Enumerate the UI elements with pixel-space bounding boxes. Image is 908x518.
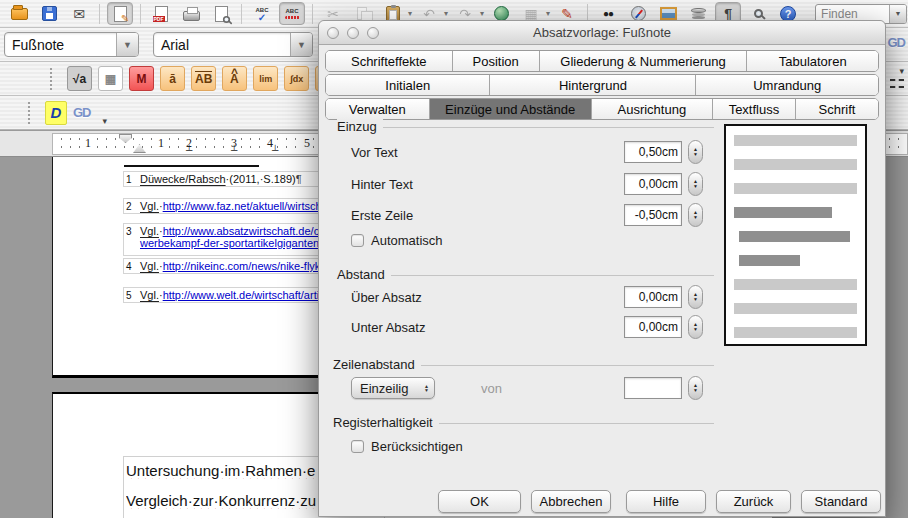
erste-zeile-label: Erste Zeile — [351, 208, 413, 223]
group-title-abstand: Abstand — [337, 267, 391, 282]
tab-schrift[interactable]: Schrift — [796, 99, 878, 119]
footnote-link[interactable]: http://nikeinc.com/news/nike-flykni — [163, 260, 329, 272]
tab-verwalten[interactable]: Verwalten — [326, 99, 430, 119]
automatisch-checkbox[interactable] — [351, 234, 364, 247]
hinter-text-field[interactable]: 0,00cm — [624, 173, 682, 195]
font-dropdown-icon[interactable]: ▼ — [290, 33, 312, 56]
app-window: ✉ ✎ PDF ABC✓ ABC ✂ ▾ ↶ ▾ ↷ ▾ ▦ ▾ ✎ ●● ¶ … — [0, 0, 908, 518]
vor-text-stepper[interactable]: ▲▼ — [688, 140, 703, 164]
gd-toolbar-icon[interactable]: GD — [888, 35, 906, 50]
ok-button[interactable]: OK — [438, 490, 521, 513]
footnote-link[interactable]: http://www.welt.de/wirtschaft/article — [163, 289, 334, 301]
tab-einzuege-und-abstaende[interactable]: Einzüge und Abstände — [430, 99, 592, 119]
undo-dropdown-icon: ▾ — [444, 9, 448, 18]
style-dropdown-icon[interactable]: ▼ — [116, 33, 138, 56]
open-icon[interactable] — [6, 2, 32, 25]
erste-zeile-row: Erste Zeile — [351, 208, 413, 223]
cancel-button[interactable]: Abbrechen — [531, 490, 611, 513]
sliver-dropdown-icon[interactable]: ▾ — [899, 66, 904, 76]
zeilenabstand-value: Einzeilig — [360, 381, 408, 396]
dialog-titlebar[interactable]: Absatzvorlage: Fußnote — [319, 21, 885, 45]
paragraph-style-dialog: Absatzvorlage: Fußnote Schrifteffekte Po… — [318, 20, 886, 517]
tab-tabulatoren[interactable]: Tabulatoren — [747, 51, 878, 71]
footnote-link[interactable]: http://www.absatzwirtschaft.de/con — [163, 225, 332, 237]
preview-bar — [734, 183, 857, 194]
zeilenabstand-select[interactable]: Einzeilig ▲▼ — [351, 377, 435, 399]
paragraph-style-combo[interactable]: Fußnote ▼ — [4, 32, 139, 57]
left-indent-marker[interactable] — [133, 144, 146, 153]
find-dropdown-icon[interactable]: ▼ — [889, 5, 906, 23]
table-grid-icon[interactable]: ▦ — [98, 66, 123, 91]
auto-spellcheck-icon[interactable]: ABC — [279, 2, 305, 25]
ueber-absatz-stepper[interactable]: ▲▼ — [688, 285, 703, 309]
vor-text-field[interactable]: 0,50cm — [624, 141, 682, 163]
beruecksichtigen-checkbox[interactable] — [351, 440, 364, 453]
tab-row-2: Initialen Hintergrund Umrandung — [325, 74, 879, 96]
unter-absatz-field[interactable]: 0,00cm — [624, 316, 682, 338]
tab-ausrichtung[interactable]: Ausrichtung — [592, 99, 713, 119]
automatisch-label: Automatisch — [371, 233, 443, 248]
tab-textfluss[interactable]: Textfluss — [713, 99, 796, 119]
ueber-absatz-field[interactable]: 0,00cm — [624, 286, 682, 308]
ueber-absatz-row: Über Absatz — [351, 290, 422, 305]
redo-dropdown-icon: ▾ — [480, 9, 484, 18]
email-icon[interactable]: ✉ — [66, 2, 92, 25]
spellcheck-icon[interactable]: ABC✓ — [249, 2, 275, 25]
footnote-link[interactable]: http://www.faz.net/aktuell/wirtschaf — [163, 200, 331, 212]
tab-schrifteffekte[interactable]: Schrifteffekte — [326, 51, 453, 71]
tab-stop-marker[interactable]: ┴ — [272, 145, 278, 155]
formula-icon[interactable]: √a — [67, 66, 92, 91]
hinter-text-label: Hinter Text — [351, 177, 413, 192]
direct-cursor-icon[interactable] — [890, 79, 904, 88]
von-stepper[interactable]: ▲▼ — [688, 376, 703, 400]
dmaths-d-icon[interactable]: D — [45, 101, 67, 125]
toolbar-drag-handle[interactable] — [28, 102, 31, 124]
beruecksichtigen-label: Berücksichtigen — [371, 439, 463, 454]
dmaths-gd-icon[interactable]: GD — [73, 105, 91, 120]
erste-zeile-stepper[interactable]: ▲▼ — [688, 203, 703, 227]
paste-dropdown-icon[interactable]: ▾ — [408, 9, 412, 18]
erste-zeile-field[interactable]: -0,50cm — [624, 204, 682, 226]
tab-stop-marker[interactable]: ┴ — [231, 145, 237, 155]
preview-bar — [734, 135, 857, 146]
toolbar-drag-handle[interactable] — [50, 68, 53, 90]
font-name-combo[interactable]: Arial ▼ — [153, 32, 313, 57]
first-line-indent-marker[interactable] — [119, 134, 132, 143]
find-input[interactable]: Finden — [816, 7, 889, 21]
automatisch-row: Automatisch — [351, 233, 443, 248]
group-line — [337, 127, 714, 128]
tab-umrandung[interactable]: Umrandung — [696, 75, 878, 95]
edit-file-icon[interactable]: ✎ — [107, 2, 133, 25]
tab-position[interactable]: Position — [453, 51, 540, 71]
font-name-value[interactable]: Arial — [154, 37, 290, 53]
hinter-text-stepper[interactable]: ▲▼ — [688, 172, 703, 196]
ueber-absatz-label: Über Absatz — [351, 290, 422, 305]
limit-icon[interactable]: lim — [253, 66, 278, 91]
standard-button[interactable]: Standard — [801, 490, 881, 513]
vector-icon[interactable]: ā — [160, 66, 185, 91]
help-button[interactable]: Hilfe — [626, 490, 706, 513]
tab-initialen[interactable]: Initialen — [326, 75, 490, 95]
tab-gliederung-nummerierung[interactable]: Gliederung & Nummerierung — [540, 51, 748, 71]
print-icon[interactable] — [178, 2, 204, 25]
toolbar-overflow-icon[interactable]: ▾ — [103, 116, 108, 126]
page-preview-icon[interactable] — [208, 2, 234, 25]
tab-hintergrund[interactable]: Hintergrund — [490, 75, 696, 95]
toolbar-separator — [99, 4, 100, 24]
pdf-export-icon[interactable]: PDF — [148, 2, 174, 25]
unter-absatz-stepper[interactable]: ▲▼ — [688, 315, 703, 339]
hat-accent-icon[interactable]: A — [222, 66, 247, 91]
back-button[interactable]: Zurück — [716, 490, 791, 513]
tab-stop-marker[interactable]: ┴ — [186, 145, 192, 155]
save-icon[interactable] — [36, 2, 62, 25]
overline-icon[interactable]: AB — [191, 66, 216, 91]
group-title-zeilenabstand: Zeilenabstand — [333, 357, 421, 372]
integral-icon[interactable]: ∫dx — [284, 66, 309, 91]
toolbar-separator — [140, 4, 141, 24]
hinter-text-row: Hinter Text — [351, 177, 413, 192]
preview-bar — [734, 303, 857, 314]
von-field[interactable] — [624, 377, 682, 399]
toolbar-separator — [241, 4, 242, 24]
paragraph-style-value[interactable]: Fußnote — [5, 37, 116, 53]
matrix-icon[interactable]: M — [129, 66, 154, 91]
